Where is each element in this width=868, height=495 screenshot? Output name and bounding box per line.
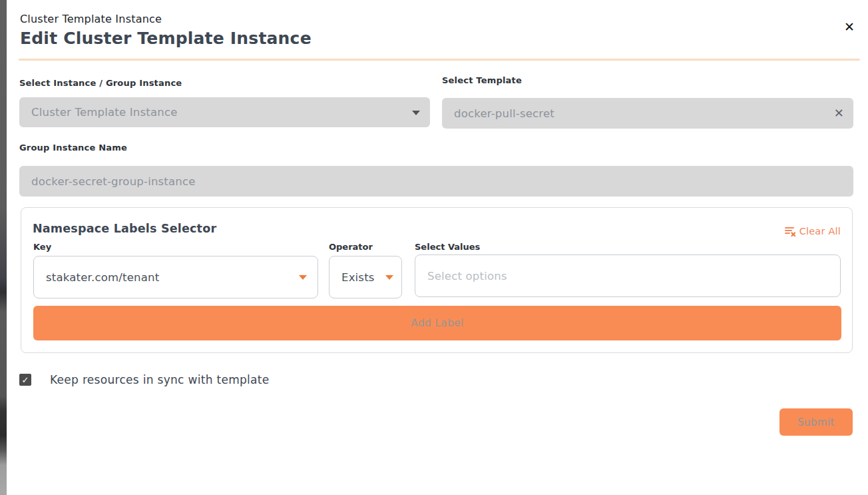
key-dropdown[interactable]: stakater.com/tenant xyxy=(33,256,318,298)
add-label-button[interactable]: Add Label xyxy=(33,306,841,340)
namespace-selector-title: Namespace Labels Selector xyxy=(33,222,216,235)
select-values-label: Select Values xyxy=(415,242,480,252)
operator-label: Operator xyxy=(329,242,373,252)
chevron-down-icon xyxy=(299,275,307,280)
instance-select-dropdown[interactable]: Cluster Template Instance xyxy=(19,97,430,127)
clear-list-icon xyxy=(783,225,797,238)
submit-button[interactable]: Submit xyxy=(779,408,853,436)
clear-template-icon[interactable]: ✕ xyxy=(834,106,844,120)
modal-eyebrow: Cluster Template Instance xyxy=(20,13,162,25)
header-divider xyxy=(19,59,860,61)
group-instance-name-label: Group Instance Name xyxy=(19,143,127,153)
clear-all-label: Clear All xyxy=(799,226,841,237)
clear-all-button[interactable]: Clear All xyxy=(783,225,841,238)
group-instance-name-value: docker-secret-group-instance xyxy=(31,175,196,188)
page-title: Edit Cluster Template Instance xyxy=(20,29,312,48)
template-select-label: Select Template xyxy=(442,75,522,85)
key-label: Key xyxy=(33,242,51,252)
edit-cluster-template-instance-modal: Cluster Template Instance Edit Cluster T… xyxy=(7,0,868,495)
close-icon[interactable]: ✕ xyxy=(841,18,858,35)
group-instance-name-input[interactable]: docker-secret-group-instance xyxy=(19,166,853,197)
operator-value: Exists xyxy=(341,271,375,284)
instance-select-label: Select Instance / Group Instance xyxy=(19,78,182,88)
template-select-value: docker-pull-secret xyxy=(454,107,554,120)
instance-select-value: Cluster Template Instance xyxy=(31,106,178,119)
sync-checkbox[interactable] xyxy=(19,374,31,386)
template-select-field[interactable]: docker-pull-secret ✕ xyxy=(442,98,853,129)
dimmed-page-backdrop xyxy=(0,0,7,495)
chevron-down-icon xyxy=(385,275,393,280)
select-values-input[interactable] xyxy=(415,254,841,297)
sync-checkbox-label: Keep resources in sync with template xyxy=(50,373,270,386)
key-value: stakater.com/tenant xyxy=(46,271,159,284)
chevron-down-icon xyxy=(412,111,420,115)
operator-dropdown[interactable]: Exists xyxy=(329,256,402,298)
namespace-labels-selector-card: Namespace Labels Selector Clear All Key … xyxy=(21,207,853,353)
